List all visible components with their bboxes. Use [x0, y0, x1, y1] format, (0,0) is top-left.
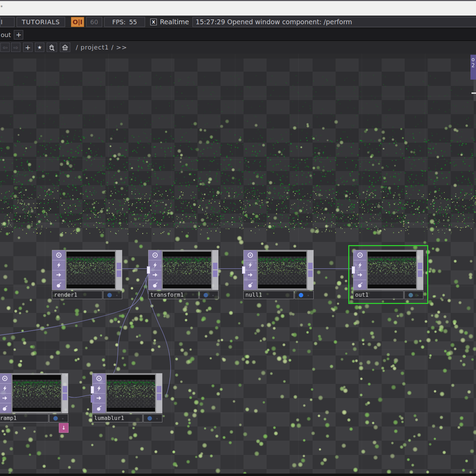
node-body[interactable] [0, 373, 68, 413]
node-viewer-thumbnail[interactable] [367, 250, 417, 290]
comment-star-icon[interactable]: ✦ [115, 293, 118, 298]
output-connector[interactable] [63, 386, 67, 393]
viewer-flag-button[interactable] [149, 250, 161, 260]
node-null1[interactable]: null1✦ [243, 250, 314, 299]
output-connector[interactable] [157, 386, 161, 393]
output-connector[interactable] [308, 270, 313, 277]
node-body[interactable] [52, 250, 122, 290]
viewer-flag-button[interactable] [92, 374, 105, 384]
lock-flag-button[interactable] [92, 403, 105, 413]
flow-flag-button[interactable] [353, 270, 366, 280]
node-body[interactable] [148, 250, 218, 290]
node-body[interactable] [353, 250, 423, 290]
node-viewer-thumbnail[interactable] [257, 250, 307, 290]
node-body[interactable] [243, 250, 314, 290]
node-ramp1[interactable]: ramp1✦ [0, 373, 68, 422]
display-flag-dot[interactable] [147, 416, 152, 421]
node-name-field[interactable]: lumablur1 [92, 414, 143, 422]
add-button[interactable]: + [23, 43, 33, 52]
flow-flag-button[interactable] [0, 394, 11, 404]
comment-star-icon[interactable]: ✦ [307, 293, 309, 298]
viewer-flag-button[interactable] [52, 250, 65, 260]
flow-flag-button[interactable] [92, 394, 105, 404]
node-transform1[interactable]: transform1✦ [148, 250, 218, 299]
node-render1[interactable]: render1✦ [52, 250, 122, 299]
side-panel-text-2: 2 [471, 63, 476, 69]
display-flag-dot[interactable] [408, 293, 413, 297]
realtime-toggle[interactable]: X Realtime [150, 18, 189, 26]
input-connector[interactable] [91, 395, 94, 403]
output-connector[interactable] [213, 270, 217, 277]
viewer-flag-button[interactable] [0, 374, 11, 384]
lock-flag-button[interactable] [244, 280, 257, 290]
bookmark-star-button[interactable]: ★ [35, 43, 44, 52]
node-name-field[interactable]: transform1 [148, 291, 199, 299]
arrow-icon [55, 271, 62, 278]
node-name-field[interactable]: render1 [52, 291, 102, 299]
network-editor[interactable]: render1✦transform1✦null1✦out1✦ramp1✦luma… [0, 54, 476, 474]
add-pane-tab-button[interactable]: + [14, 30, 23, 39]
node-viewer-thumbnail[interactable] [106, 374, 156, 413]
viewer-circle-icon [96, 375, 102, 382]
bypass-flag-button[interactable] [92, 384, 105, 394]
comment-star-icon[interactable]: ✦ [416, 293, 419, 298]
breadcrumb[interactable]: / project1 / >> [76, 44, 127, 51]
output-connector[interactable] [117, 270, 121, 277]
forward-button[interactable]: ⇨ [11, 43, 20, 52]
node-name-field[interactable]: ramp1 [0, 414, 48, 422]
home-button[interactable] [60, 43, 70, 52]
zoom-to-fit-button[interactable] [47, 43, 57, 52]
node-name-field[interactable]: out1 [353, 291, 404, 299]
bypass-flag-button[interactable] [52, 260, 65, 270]
input-connector[interactable] [242, 266, 245, 274]
comment-star-icon[interactable]: ✦ [155, 416, 158, 421]
output-connector[interactable] [308, 263, 313, 269]
node-out1[interactable]: out1✦ [353, 250, 423, 299]
node-name-field[interactable]: null1 [243, 291, 294, 299]
clipped-side-panel[interactable]: o 2 [470, 55, 476, 80]
input-connector[interactable] [91, 386, 94, 394]
output-connector[interactable] [418, 270, 422, 277]
display-flag-dot[interactable] [107, 293, 112, 297]
lock-flag-button[interactable] [52, 280, 65, 290]
lock-flag-button[interactable] [0, 403, 11, 413]
viewer-flag-button[interactable] [244, 250, 257, 260]
back-button[interactable]: ⇦ [0, 43, 10, 52]
output-connector[interactable] [157, 394, 161, 400]
display-flag-dot[interactable] [53, 416, 58, 421]
flow-flag-button[interactable] [244, 270, 257, 280]
docked-indicator-button[interactable]: ↓ [59, 423, 69, 433]
lock-flag-button[interactable] [353, 280, 366, 290]
node-body[interactable] [92, 373, 162, 413]
clipped-menu-button[interactable]: I [0, 17, 15, 27]
output-connector[interactable] [63, 394, 67, 400]
bypass-flag-button[interactable] [353, 260, 366, 270]
node-lumablur1[interactable]: lumablur1✦ [92, 373, 162, 422]
bypass-flag-button[interactable] [244, 260, 257, 270]
node-viewer-thumbnail[interactable] [162, 250, 212, 290]
realtime-checkbox[interactable]: X [150, 19, 157, 25]
realtime-label: Realtime [160, 18, 189, 26]
output-connector[interactable] [418, 263, 422, 269]
node-viewer-thumbnail[interactable] [65, 250, 116, 290]
flow-flag-button[interactable] [52, 270, 65, 280]
tutorials-button[interactable]: TUTORIALS [17, 17, 65, 27]
bypass-flag-button[interactable] [0, 384, 11, 394]
input-connector[interactable] [147, 266, 150, 274]
viewer-flag-button[interactable] [353, 250, 366, 260]
node-viewer-thumbnail[interactable] [11, 374, 62, 413]
lock-flag-button[interactable] [149, 280, 161, 290]
display-flag-dot[interactable] [299, 293, 303, 297]
input-connector[interactable] [352, 266, 355, 274]
pane-tab-out[interactable]: out [1, 31, 11, 38]
output-connector[interactable] [117, 263, 121, 269]
perform-mode-button[interactable]: O|I [71, 17, 84, 27]
comment-star-icon[interactable]: ✦ [61, 416, 64, 421]
flow-flag-button[interactable] [149, 270, 161, 280]
bypass-flag-button[interactable] [149, 260, 161, 270]
display-flag-dot[interactable] [204, 293, 208, 297]
scrollbar-handle[interactable] [471, 92, 476, 94]
output-connector[interactable] [213, 263, 217, 269]
target-fps-field[interactable]: 60 [86, 17, 102, 27]
comment-star-icon[interactable]: ✦ [212, 293, 214, 298]
